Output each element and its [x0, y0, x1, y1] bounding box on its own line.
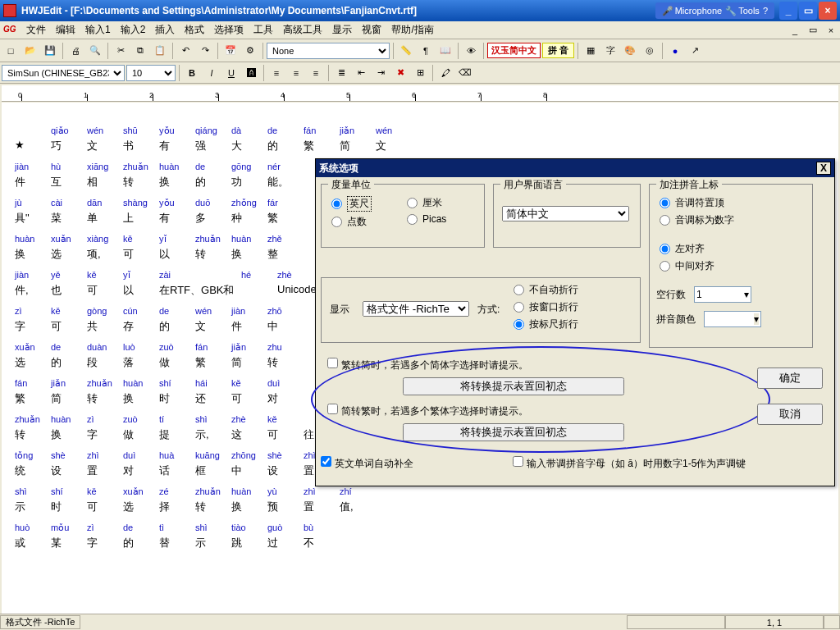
- doc-cell[interactable]: yě也: [51, 270, 87, 306]
- doc-cell[interactable]: zhuǎn转: [15, 414, 51, 450]
- doc-cell[interactable]: xiàng项,: [87, 234, 123, 270]
- doc-cell[interactable]: tí提: [159, 414, 195, 450]
- doc-cell[interactable]: huàn换: [159, 162, 195, 198]
- doc-cell[interactable]: zài在RTF、GBK和: [159, 270, 241, 306]
- doc-cell[interactable]: shì示: [195, 523, 231, 559]
- doc-cell[interactable]: kě可: [267, 414, 304, 450]
- doc-cell[interactable]: de的: [267, 126, 304, 162]
- font-select[interactable]: SimSun (CHINESE_GB2312): [2, 65, 125, 81]
- close-button[interactable]: ×: [819, 2, 837, 20]
- indent-icon[interactable]: ⇥: [372, 64, 390, 82]
- doc-cell[interactable]: zhōng中: [231, 450, 267, 486]
- open-icon[interactable]: 📂: [21, 42, 39, 60]
- reset-table2-button[interactable]: 将转换提示表置回初态: [403, 423, 624, 441]
- book-icon[interactable]: 📖: [436, 42, 454, 60]
- menu-编辑[interactable]: 编辑: [51, 22, 80, 39]
- doc-cell[interactable]: fár繁: [267, 198, 304, 234]
- pinyin-color-select[interactable]: ▾: [704, 311, 761, 327]
- doc-cell[interactable]: fán繁: [15, 378, 51, 414]
- doc-cell[interactable]: hái还: [195, 378, 231, 414]
- doc-cell[interactable]: xuǎn选: [123, 486, 159, 523]
- radio-pica[interactable]: [407, 214, 418, 225]
- print-icon[interactable]: 🖨: [66, 42, 84, 60]
- doc-cell[interactable]: huà话: [159, 450, 195, 486]
- doc-cell[interactable]: huò或: [15, 523, 51, 559]
- doc-cell[interactable]: duō多: [195, 198, 231, 234]
- doc-cell[interactable]: yǐ以: [123, 270, 159, 306]
- doc-cell[interactable]: yǒu有: [159, 126, 195, 162]
- check-jian-to-fan[interactable]: [327, 404, 338, 414]
- doc-cell[interactable]: shè设: [267, 450, 304, 486]
- doc-cell[interactable]: huàn换: [15, 234, 51, 270]
- doc-cell[interactable]: cún存: [123, 306, 159, 342]
- help-icon[interactable]: ?: [763, 6, 768, 16]
- char-icon[interactable]: 字: [601, 42, 619, 60]
- radio-tone-top[interactable]: [660, 198, 670, 208]
- style-select[interactable]: None: [267, 43, 390, 59]
- doc-cell[interactable]: zhè这: [231, 414, 267, 450]
- doc-cell[interactable]: kuāng框: [195, 450, 231, 486]
- menu-显示[interactable]: 显示: [327, 22, 357, 39]
- grid-icon[interactable]: ▦: [582, 42, 600, 60]
- target-icon[interactable]: ◎: [641, 42, 659, 60]
- check-eng-auto[interactable]: [321, 456, 331, 467]
- doc-cell[interactable]: xuǎn选: [51, 234, 87, 270]
- doc-cell[interactable]: qiǎo巧: [51, 126, 87, 162]
- eraser-icon[interactable]: ⌫: [456, 64, 474, 82]
- radio-tone-num[interactable]: [660, 215, 670, 226]
- dialog-close-button[interactable]: X: [816, 162, 831, 175]
- doc-cell[interactable]: duì对: [267, 378, 304, 414]
- menu-选择项[interactable]: 选择项: [209, 22, 249, 39]
- mdi-max-button[interactable]: ▭: [804, 21, 822, 39]
- doc-cell[interactable]: zhuǎn转: [123, 162, 159, 198]
- tool-icon[interactable]: ⚙: [241, 42, 259, 60]
- doc-cell[interactable]: de的: [51, 342, 87, 378]
- doc-cell[interactable]: zé择: [159, 486, 195, 523]
- doc-cell[interactable]: zuò做: [123, 414, 159, 450]
- doc-cell[interactable]: wén文: [195, 306, 231, 342]
- doc-cell[interactable]: jiǎn简: [51, 378, 87, 414]
- doc-cell[interactable]: shū书: [123, 126, 159, 162]
- display-select[interactable]: 格式文件 -RichTe: [363, 301, 469, 317]
- doc-cell[interactable]: huàn换: [123, 378, 159, 414]
- doc-cell[interactable]: kě可: [51, 306, 87, 342]
- save-icon[interactable]: 💾: [41, 42, 59, 60]
- doc-cell[interactable]: zì字: [87, 414, 123, 450]
- undo-icon[interactable]: ↶: [176, 42, 194, 60]
- doc-cell[interactable]: hù互: [51, 162, 87, 198]
- merge-icon[interactable]: ⊞: [411, 64, 429, 82]
- check-fan-to-jian[interactable]: [327, 358, 338, 368]
- doc-cell[interactable]: cài菜: [51, 198, 87, 234]
- doc-cell[interactable]: jiǎn简: [340, 126, 376, 162]
- doc-cell[interactable]: shí时: [159, 378, 195, 414]
- circle-icon[interactable]: ●: [666, 42, 684, 60]
- new-icon[interactable]: □: [2, 42, 20, 60]
- doc-cell[interactable]: gòng共: [87, 306, 123, 342]
- doc-cell[interactable]: duàn段: [87, 342, 123, 378]
- find-icon[interactable]: 👁: [462, 42, 480, 60]
- doc-cell[interactable]: zhuǎn转: [195, 234, 231, 270]
- check-tone-num-input[interactable]: [513, 456, 523, 467]
- preview-icon[interactable]: 🔍: [86, 42, 104, 60]
- radio-align-center[interactable]: [660, 261, 670, 272]
- ruler[interactable]: 012345678: [2, 85, 838, 102]
- dialog-titlebar[interactable]: 系统选项 X: [316, 159, 834, 177]
- doc-cell[interactable]: xiāng相: [87, 162, 123, 198]
- doc-cell[interactable]: zhō中: [267, 306, 304, 342]
- color-icon[interactable]: 🎨: [621, 42, 639, 60]
- doc-cell[interactable]: gōng功: [231, 162, 267, 198]
- menu-帮助/指南[interactable]: 帮助/指南: [386, 22, 438, 39]
- menu-输入1[interactable]: 输入1: [80, 22, 116, 39]
- doc-cell[interactable]: huàn换: [231, 486, 267, 523]
- maximize-button[interactable]: ▭: [799, 2, 817, 20]
- doc-cell[interactable]: shì示: [15, 486, 51, 523]
- radio-cm[interactable]: [407, 198, 418, 208]
- menu-工具[interactable]: 工具: [249, 22, 278, 39]
- pointer-icon[interactable]: ↗: [686, 42, 704, 60]
- doc-cell[interactable]: zhuǎn转: [87, 378, 123, 414]
- doc-cell[interactable]: jiàn件: [15, 162, 51, 198]
- tools-icon[interactable]: 🔧 Tools: [725, 6, 760, 16]
- menu-输入2[interactable]: 输入2: [116, 22, 151, 39]
- minimize-button[interactable]: _: [779, 2, 797, 20]
- doc-cell[interactable]: zhu转: [267, 342, 304, 378]
